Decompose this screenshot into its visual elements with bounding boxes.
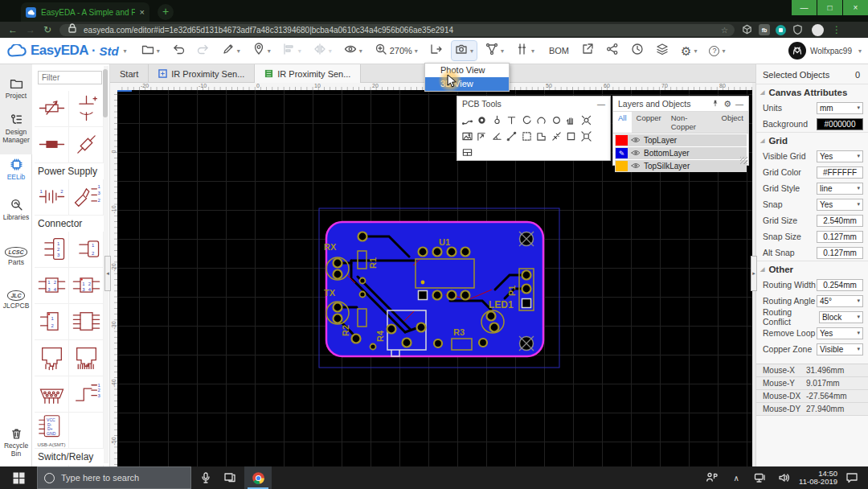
doc-tab-start[interactable]: Start xyxy=(110,64,149,83)
pushpin-icon[interactable] xyxy=(711,100,719,108)
action-center-icon[interactable] xyxy=(842,466,862,489)
draw-button[interactable]: ▾ xyxy=(219,41,244,60)
hidden-icons-chevron[interactable]: ∧ xyxy=(727,466,746,489)
layer-row-bottomlayer[interactable]: ✎BottomLayer xyxy=(615,147,747,159)
browser-menu-icon[interactable]: ⋮ xyxy=(832,24,841,35)
routing-angle-select[interactable]: 45°▾ xyxy=(817,295,863,307)
window-minimize-button[interactable]: — xyxy=(792,0,817,15)
extension-shield-icon[interactable] xyxy=(792,24,804,36)
text-tool[interactable] xyxy=(505,112,520,128)
sidebar-item-recycle-bin[interactable]: Recycle Bin xyxy=(0,426,32,458)
section-header-other[interactable]: ◢Other xyxy=(756,261,868,277)
hole-tool[interactable] xyxy=(579,112,594,128)
taskbar-search[interactable]: Type here to search xyxy=(37,466,191,489)
browser-profile-avatar[interactable] xyxy=(812,24,824,36)
minimize-panel-icon[interactable]: — xyxy=(735,100,743,109)
redo-button[interactable] xyxy=(194,41,213,60)
rect-select-tool[interactable] xyxy=(519,128,534,144)
snap-size-input[interactable]: 0.127mm xyxy=(817,231,863,243)
user-menu[interactable]: Wolfxpac99 ▾ xyxy=(788,42,862,60)
image-tool[interactable] xyxy=(460,128,475,144)
sidebar-item-project[interactable]: Project xyxy=(0,76,32,101)
clock[interactable]: 14:50 11-08-2019 xyxy=(799,470,837,487)
resize-handle[interactable] xyxy=(740,157,747,164)
palette-item-resistor-diagonal[interactable] xyxy=(69,127,104,163)
url-field[interactable]: easyeda.com/editor#id=1e32d65d131b4673ad… xyxy=(59,24,735,36)
palette-item-variable-resistor[interactable] xyxy=(35,91,69,127)
zoom-button[interactable]: 270%▾ xyxy=(371,41,421,60)
extension-cube-icon[interactable] xyxy=(741,24,753,36)
panel-sheet-tool[interactable] xyxy=(460,144,475,160)
palette-item-usb-a-smt[interactable]: VCCD-D+GNDUSB-A(SMT) xyxy=(35,413,69,449)
section-header-grid[interactable]: ◢Grid xyxy=(756,132,868,148)
window-close-button[interactable]: × xyxy=(843,0,868,15)
solid-region-tool[interactable] xyxy=(534,128,550,144)
export-button[interactable] xyxy=(578,41,597,60)
copper-zone-select[interactable]: Visible▾ xyxy=(817,343,863,355)
start-button[interactable] xyxy=(0,466,37,489)
palette-item-header-2x2[interactable]: 1234 xyxy=(35,268,69,304)
extension-teal-icon[interactable] xyxy=(776,25,786,35)
palette-item-header-2pin-marked[interactable]: 12 xyxy=(35,304,69,340)
palette-item-header-2x2-marked[interactable]: 1234 xyxy=(69,268,104,304)
extension-fb-icon[interactable]: fb xyxy=(759,24,770,35)
palette-item-header-3pin[interactable]: 123 xyxy=(35,232,69,268)
task-view-icon[interactable] xyxy=(220,466,240,489)
minimize-panel-icon[interactable]: — xyxy=(597,100,605,109)
align-button[interactable]: ▾ xyxy=(280,41,305,60)
sidebar-item-parts[interactable]: LCSCParts xyxy=(0,243,32,267)
via-dot[interactable] xyxy=(421,281,425,285)
layers-tab-object[interactable]: Object xyxy=(717,112,748,133)
network-icon[interactable] xyxy=(751,466,770,489)
move-tool[interactable] xyxy=(564,112,579,128)
arc-tool[interactable] xyxy=(519,112,534,128)
sidebar-item-design-manager[interactable]: Design Manager xyxy=(0,113,32,144)
doc-tab-ir-proximity-sen-[interactable]: IR Proximity Sen... xyxy=(255,64,361,83)
place-button[interactable]: ▾ xyxy=(249,41,274,60)
angle-measure-tool[interactable] xyxy=(489,128,505,144)
layer-visibility-eye-icon[interactable] xyxy=(631,159,641,174)
visible-grid-select[interactable]: Yes▾ xyxy=(817,150,863,162)
flip-button[interactable]: ▾ xyxy=(310,41,335,60)
layers-button[interactable] xyxy=(653,41,672,60)
grid-size-input[interactable]: 2.540mm xyxy=(817,215,863,227)
route-button[interactable]: ▾ xyxy=(482,41,507,60)
layers-panel[interactable]: Layers and Objects ⚙ — AllCopperNon-Copp… xyxy=(612,96,749,166)
palette-item-rj45-jack[interactable] xyxy=(35,340,69,376)
reload-button[interactable]: ↻ xyxy=(43,24,51,35)
grid-color-input[interactable]: #FFFFFF xyxy=(817,166,863,179)
collapse-left-panel-handle[interactable]: ◂ xyxy=(104,256,111,291)
remove-loop-select[interactable]: Yes▾ xyxy=(817,327,863,339)
layer-row-toplayer[interactable]: TopLayer xyxy=(615,134,747,146)
easyeda-logo[interactable]: EasyEDA · Std ▾ xyxy=(6,43,127,59)
pad-tool[interactable] xyxy=(475,112,490,128)
forward-button[interactable]: → xyxy=(26,24,35,35)
history-button[interactable] xyxy=(628,41,647,60)
palette-item-right-angle-header[interactable]: 123 xyxy=(69,376,104,413)
chevron-down-icon[interactable]: ▾ xyxy=(124,47,127,55)
sidebar-item-libraries[interactable]: Libraries xyxy=(0,198,32,222)
palette-item-db9-connector[interactable] xyxy=(35,376,69,413)
layer-color-swatch[interactable]: ✎ xyxy=(616,148,628,158)
alt-snap-input[interactable]: 0.127mm xyxy=(817,247,863,259)
pcb-tools-panel[interactable]: PCB Tools — xyxy=(457,96,611,161)
palette-item-polarized-capacitor[interactable] xyxy=(69,91,104,127)
collapse-right-panel-handle[interactable]: ▸ xyxy=(751,256,757,291)
bom-button[interactable]: BOM xyxy=(543,41,572,60)
dimension-tool[interactable] xyxy=(475,128,490,144)
layers-tab-non-copper[interactable]: Non-Copper xyxy=(666,112,717,133)
palette-item-rj45-jack-8pin[interactable] xyxy=(69,340,104,376)
snap-select[interactable]: Yes▾ xyxy=(817,199,863,211)
routing-conflict-select[interactable]: Block▾ xyxy=(819,311,863,323)
palette-item-resistor[interactable] xyxy=(35,127,69,163)
layer-color-swatch[interactable] xyxy=(616,161,628,171)
track-tool[interactable] xyxy=(460,112,475,128)
via-tool[interactable] xyxy=(489,112,505,128)
palette-item-battery[interactable]: 12 xyxy=(35,179,69,216)
undo-button[interactable] xyxy=(169,41,188,60)
drag-group-tool[interactable] xyxy=(579,128,594,144)
layer-settings-gear-icon[interactable]: ⚙ xyxy=(723,98,731,110)
filter-input[interactable] xyxy=(38,71,102,84)
palette-item-header-4x2[interactable] xyxy=(69,304,104,340)
palette-item-header-2pin[interactable]: 12 xyxy=(69,232,104,268)
